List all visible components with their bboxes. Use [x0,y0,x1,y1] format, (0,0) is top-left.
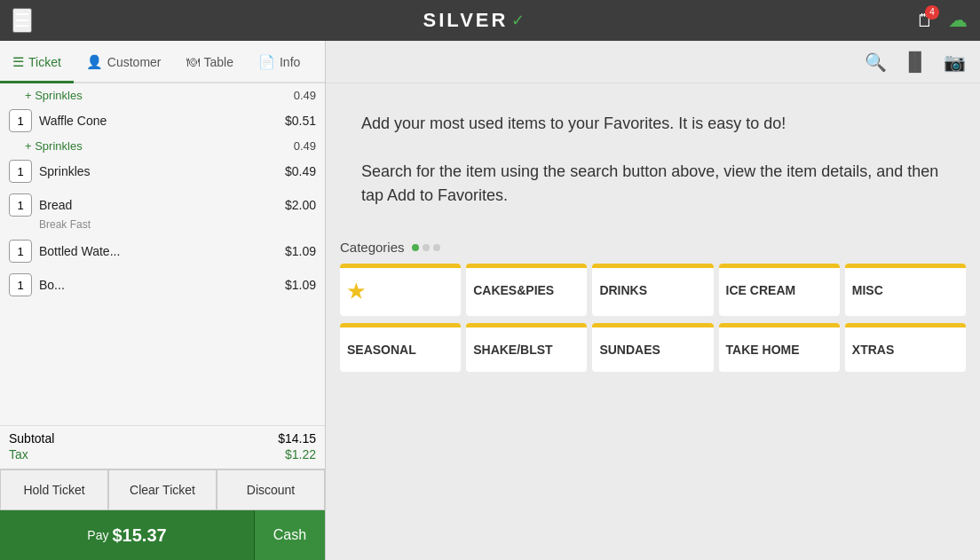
list-item[interactable]: 1 Bo... $1.09 Delete ← [0,268,325,302]
clear-ticket-button[interactable]: Clear Ticket [108,469,217,510]
item-name: Waffle Cone [39,114,273,128]
pay-button[interactable]: Pay $15.37 [0,510,254,560]
list-item[interactable]: 1 Waffle Cone $0.51 [0,104,325,138]
qty-box[interactable]: 1 [9,240,32,263]
customer-icon: 👤 [86,54,103,70]
dot-2 [423,244,430,251]
tab-table-label: Table [204,55,233,69]
hold-ticket-button[interactable]: Hold Ticket [0,469,108,510]
discount-button[interactable]: Discount [217,469,325,510]
modifier-name: + Sprinkles [25,139,273,153]
item-name: Bo... [39,278,273,292]
item-price: $2.00 [273,198,316,212]
subtotal-value: $14.15 [278,431,316,446]
category-label: MISC [845,268,890,312]
category-label: DRINKS [592,268,654,312]
main-content: ☰ Ticket 👤 Customer 🍽 Table 📄 Info + Spr… [0,41,980,560]
header-center: SILVER ✓ [423,9,526,32]
category-xtras[interactable]: XTRAS [845,323,966,372]
tax-label: Tax [9,447,28,461]
pay-label-small: Pay [87,528,108,542]
categories-label: Categories [340,240,405,255]
favorites-message: Add your most used items to your Favorit… [326,83,980,225]
tab-info-label: Info [280,55,300,69]
tab-customer[interactable]: 👤 Customer [74,43,174,83]
tab-customer-label: Customer [107,55,162,69]
qty-box[interactable]: 1 [9,273,32,296]
totals-section: Subtotal $14.15 Tax $1.22 [0,425,325,469]
modifier-price: 0.49 [273,89,316,102]
dot-1 [412,244,419,251]
category-misc[interactable]: MISC [845,264,966,316]
tax-value: $1.22 [285,447,316,461]
header-right: 🗒 4 ☁ [916,9,968,32]
item-price: $1.09 [273,244,316,258]
dot-3 [433,244,440,251]
left-panel: ☰ Ticket 👤 Customer 🍽 Table 📄 Info + Spr… [0,41,326,560]
category-label: ICE CREAM [719,268,803,312]
subtotal-row: Subtotal $14.15 [9,431,316,446]
category-favorites[interactable]: ★ [340,264,461,316]
pay-row: Pay $15.37 Cash [0,510,325,560]
search-icon[interactable]: 🔍 [865,51,887,73]
category-cakes[interactable]: CAKES&PIES [466,264,587,316]
tax-row: Tax $1.22 [9,447,316,461]
item-price: $1.09 [273,278,316,292]
camera-icon[interactable]: 📷 [944,51,966,73]
ticket-items: + Sprinkles 0.49 1 Waffle Cone $0.51 + S… [0,83,325,425]
favorites-text-1: Add your most used items to your Favorit… [361,112,944,136]
tab-table[interactable]: 🍽 Table [174,43,246,83]
category-ice-cream[interactable]: ICE CREAM [719,264,840,316]
category-label: TAKE HOME [719,327,807,372]
tab-ticket[interactable]: ☰ Ticket [0,43,74,83]
star-icon: ★ [347,280,365,304]
pay-amount: $15.37 [112,525,166,546]
item-name: Bottled Wate... [39,244,273,258]
subtotal-label: Subtotal [9,431,54,446]
dot-indicator [412,244,440,251]
category-label: ★ [340,268,372,316]
category-drinks[interactable]: DRINKS [592,264,713,316]
item-name: Sprinkles [39,164,273,178]
header-left: ☰ [12,8,32,33]
category-sundaes[interactable]: SUNDAES [592,323,713,372]
list-item[interactable]: + Sprinkles 0.49 [0,87,325,104]
logo-check-icon: ✓ [511,11,525,30]
top-header: ☰ SILVER ✓ 🗒 4 ☁ [0,0,980,41]
tab-ticket-label: Ticket [28,55,61,69]
right-top-nav: 🔍 ▐▌ 📷 [326,41,980,83]
item-price: $0.49 [273,164,316,178]
category-grid-row1: ★ CAKES&PIES DRINKS ICE CREAM MIS [340,264,966,316]
list-item[interactable]: + Sprinkles 0.49 [0,138,325,154]
modifier-price: 0.49 [273,139,316,153]
category-shake[interactable]: SHAKE/BLST [466,323,587,372]
category-label: SHAKE/BLST [466,327,559,372]
categories-section: Categories ★ CAKES&PIES [326,225,980,560]
category-seasonal[interactable]: SEASONAL [340,323,461,372]
table-icon: 🍽 [186,54,200,69]
cloud-icon[interactable]: ☁ [948,9,968,32]
item-name: Bread [39,198,273,212]
category-label: CAKES&PIES [466,268,561,312]
categories-header: Categories [340,240,966,255]
list-item[interactable]: 1 Bread $2.00 [0,188,325,222]
category-take-home[interactable]: TAKE HOME [719,323,840,372]
qty-box[interactable]: 1 [9,160,32,183]
qty-box[interactable]: 1 [9,193,32,217]
notification-badge: 4 [925,5,939,20]
tab-info[interactable]: 📄 Info [246,43,312,83]
barcode-icon[interactable]: ▐▌ [903,51,928,72]
info-icon: 📄 [258,54,275,70]
notification-button[interactable]: 🗒 4 [916,11,934,31]
app-logo: SILVER [423,9,509,32]
list-item[interactable]: 1 Sprinkles $0.49 [0,154,325,188]
cash-button[interactable]: Cash [254,510,325,560]
qty-box[interactable]: 1 [9,109,32,132]
modifier-name: + Sprinkles [25,89,273,102]
tab-nav: ☰ Ticket 👤 Customer 🍽 Table 📄 Info [0,41,325,83]
menu-button[interactable]: ☰ [12,8,32,33]
item-price: $0.51 [273,114,316,128]
category-grid-row2: SEASONAL SHAKE/BLST SUNDAES TAKE HOME XT… [340,323,966,372]
bottom-buttons: Hold Ticket Clear Ticket Discount [0,469,325,510]
list-item[interactable]: 1 Bottled Wate... $1.09 [0,234,325,268]
